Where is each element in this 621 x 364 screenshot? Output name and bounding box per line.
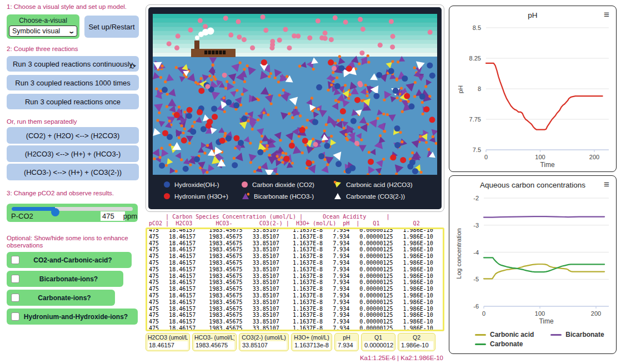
slider-fill [12,207,55,211]
monitor-row: H2CO3 (umol/L) 18.46157 HCO3- (umol/L) 1… [146,333,435,351]
switch-co2-carbonic-acid[interactable]: CO2-and-Carbonic-acid? [7,252,132,268]
legend-marker-icon [242,193,249,200]
monitor-value: 0.00000125 [363,341,393,350]
simulation-view[interactable] [153,14,437,175]
switch-label: CO2-and-Carbonic-acid? [19,256,132,264]
monitor-value: 1.986e-10 [400,341,433,350]
carbon-concentrations-plot: Aqueous carbon concentrations ≡ Log conc… [449,175,617,354]
reaction1-button[interactable]: (CO2) + (H2O) <--> (H2CO3) [7,127,139,144]
monitor-label: pH [337,334,357,341]
plot-ylabel: Log concentration [455,228,462,279]
svg-text:100: 100 [535,310,545,317]
svg-text:7.5: 7.5 [473,146,481,153]
monitor-q2: Q2 1.986e-10 [398,333,435,351]
monitor-h2co3: H2CO3 (umol/L) 18.46157 [146,333,190,351]
separate-label: Or, run them separatedly [7,118,140,125]
monitor-value: 18.46157 [148,341,188,350]
svg-text:-2: -2 [473,195,479,201]
plot-legend-item: Bicarbonate [550,331,604,338]
svg-text:-6: -6 [473,303,479,310]
monitor-value: 7.934 [337,341,357,350]
legend-swatch-icon [475,343,486,345]
switch-label: Carbonate-ions? [19,294,115,302]
output-table-header: | Carbon Species Concentration (umol/L) … [146,214,444,226]
checkbox[interactable] [11,294,19,302]
setup-restart-button[interactable]: Set up/Restart [84,16,139,38]
svg-text:-5: -5 [473,276,479,282]
plot-menu-icon[interactable]: ≡ [604,9,609,21]
legend-label: Bicarbonate (HCO3-) [254,193,314,200]
checkbox[interactable] [11,312,19,321]
control-panel: 1: Choose a visual style and set up mode… [4,3,142,325]
section1-label: 1: Choose a visual style and set up mode… [7,3,140,11]
run-once-button[interactable]: Run 3 coupled reactions once [7,94,139,109]
plot-legend: Carbonic acidCarbonateBicarbonate [475,331,604,348]
pco2-slider[interactable]: P-CO2 475 ppm [7,204,138,222]
svg-text:Time: Time [540,161,555,169]
switch-bicarbonate-ions[interactable]: Bicarbonate-ions? [7,271,123,287]
reaction3-button[interactable]: (HCO3-) <--> (H+) + (CO3(2-)) [7,164,139,180]
legend-item: Bicarbonate (HCO3-) [242,193,334,200]
checkbox[interactable] [11,275,19,283]
plot-legend-label: Bicarbonate [565,331,604,338]
slider-value-field[interactable]: 475 [101,211,125,221]
legend-label: Carbon dioxide (CO2) [252,181,314,188]
section3-label: 3: Change pCO2 and observe results. [7,190,140,197]
switch-carbonate-ions[interactable]: Carbonate-ions? [7,290,115,306]
legend-item: Hydroxide(OH-) [164,181,242,188]
monitor-h3o: H3O+ (mol/L) 1.163713e-8 [291,333,332,351]
visual-style-chooser: Choose-a-visual Symbolic visual ⌄ [7,14,79,39]
legend-marker-icon [164,193,170,199]
plot-legend-label: Carbonate [490,340,523,348]
legend-marker-icon [164,181,170,188]
slider-unit: ppm [123,212,137,220]
switch-label: Hydronium-and-Hydroxide-ions? [19,313,138,321]
plot-title: pH [449,6,616,19]
svg-text:8: 8 [478,85,481,92]
monitor-ph: pH 7.934 [334,333,359,351]
monitor-label: CO3(2-) (umol/L) [241,334,287,341]
run-continuously-label: Run 3 coupled reactions continuously [13,60,133,68]
legend-item: Carbonate (CO3(2-)) [334,193,405,200]
ph-plot-canvas: 8.58.2587.757.50100200Time [449,22,615,171]
slider-thumb[interactable] [51,208,59,216]
table-header-line2: pCO2 | H2CO3 HCO3- CO3(2-) | H3O+ (mol/L… [146,220,444,227]
legend-label: Carbonic acid (H2CO3) [346,181,413,188]
section2-label: 2: Couple three reactions [7,46,140,53]
legend-marker-icon [334,193,342,200]
legend-label: Hydronium (H3O+) [174,193,228,200]
checkbox[interactable] [11,256,19,264]
legend-marker-icon [242,181,248,188]
table-header-line1: | Carbon Species Concentration (umol/L) … [146,214,444,220]
run-1000-times-button[interactable]: Run 3 coupled reactions 1000 times [7,75,139,90]
svg-text:100: 100 [535,154,545,160]
ph-plot: pH ≡ pH 8.58.2587.757.50100200Time [449,6,617,172]
monitor-label: HCO3- (umol/L) [194,334,234,341]
output-rows: 475 18.46157 1983.45675 33.85107 1.1637E… [147,228,443,331]
monitor-value: 33.85107 [241,341,287,350]
monitor-hco3: HCO3- (umol/L) 1983.45675 [192,333,237,351]
optional-label: Optional: Show/hide some ions to enhance… [7,235,136,249]
legend-swatch-icon [550,334,562,336]
visual-style-select[interactable]: Symbolic visual ⌄ [9,26,77,37]
monitor-label: Q2 [400,334,433,341]
plot-menu-icon[interactable]: ≡ [604,179,609,190]
reaction2-button[interactable]: (H2CO3) <--> (H+) + (HCO3-) [7,145,139,162]
svg-text:7.75: 7.75 [469,116,481,123]
svg-text:200: 200 [589,154,599,160]
svg-text:-4: -4 [473,249,479,256]
output-area[interactable]: 475 18.46157 1983.45675 33.85107 1.1637E… [146,228,444,331]
run-continuously-button[interactable]: Run 3 coupled reactions continuously ⟳ [7,56,139,72]
plot-ylabel: pH [457,85,464,94]
legend-item: Carbon dioxide (CO2) [242,181,334,188]
switch-hydronium-hydroxide-ions[interactable]: Hydronium-and-Hydroxide-ions? [7,309,138,325]
slider-track[interactable] [12,207,133,211]
world-view-widget: Hydroxide(OH-)Carbon dioxide (CO2)Carbon… [146,4,444,212]
view-frame: Hydroxide(OH-)Carbon dioxide (CO2)Carbon… [148,7,442,209]
slider-label: P-CO2 [11,212,33,220]
switch-label: Bicarbonate-ions? [19,275,123,283]
svg-text:-3: -3 [473,222,479,229]
legend-label: Carbonate (CO3(2-)) [346,193,405,200]
svg-text:200: 200 [591,310,601,317]
legend-item: Hydronium (H3O+) [164,193,242,200]
